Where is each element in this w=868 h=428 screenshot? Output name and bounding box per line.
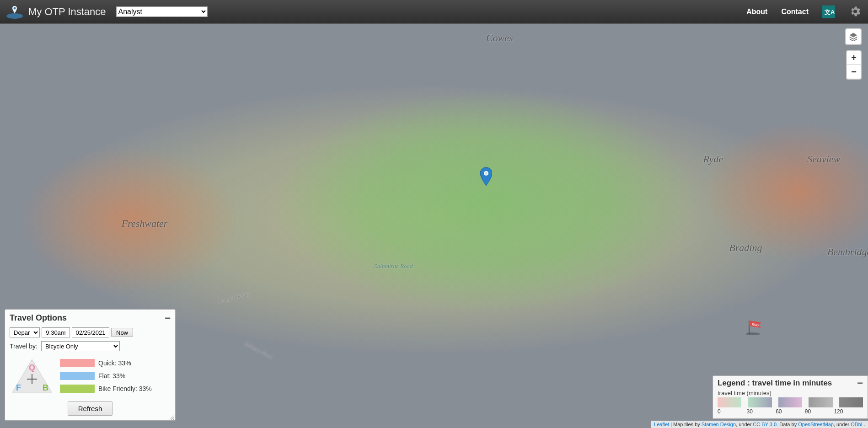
bike-triangle-widget[interactable]: Q F B (10, 357, 54, 395)
map[interactable]: Cowes Ryde Seaview Freshwater Brading Be… (0, 24, 868, 428)
legend-title: Legend : travel time in minutes (718, 379, 832, 388)
origin-marker[interactable] (480, 167, 492, 186)
brand: My OTP Instance (5, 4, 116, 20)
language-icon[interactable]: 文A (822, 5, 835, 18)
place-bembridge: Bembridge (827, 246, 868, 258)
svg-point-8 (746, 332, 760, 335)
end-flag-icon: END (746, 319, 765, 335)
panel-resize-handle[interactable] (169, 414, 174, 419)
legend-minimize-button[interactable]: − (857, 381, 863, 385)
now-button[interactable]: Now (111, 328, 133, 337)
bar-flat-label: Flat: 33% (98, 372, 125, 380)
legend-subtitle: travel time (minutes) (718, 390, 863, 396)
osm-link[interactable]: OpenStreetMap (798, 422, 834, 427)
otp-logo-icon (5, 4, 24, 20)
layers-button[interactable] (845, 28, 862, 45)
svg-line-14 (173, 419, 174, 420)
bar-bf-label: Bike Friendly: 33% (98, 385, 152, 392)
place-ryde: Ryde (703, 153, 723, 165)
bike-bars: Quick: 33% Flat: 33% Bike Friendly: 33% (60, 359, 171, 393)
swatch-flat (60, 372, 95, 380)
app-title: My OTP Instance (28, 6, 106, 18)
nav-contact[interactable]: Contact (781, 8, 809, 16)
nav-about[interactable]: About (746, 8, 767, 16)
place-brading: Brading (729, 242, 762, 254)
swatch-quick (60, 359, 95, 367)
travel-by-label: Travel by: (10, 342, 38, 350)
map-attribution: Leaflet | Map tiles by Stamen Design, un… (651, 421, 868, 428)
legend-panel: Legend : travel time in minutes − travel… (713, 375, 868, 419)
triangle-b: B (43, 383, 48, 393)
leaflet-link[interactable]: Leaflet (654, 422, 669, 427)
refresh-button[interactable]: Refresh (68, 401, 113, 416)
svg-point-5 (485, 172, 488, 175)
cc-link[interactable]: CC BY 3.0 (753, 422, 777, 427)
triangle-f: F (16, 383, 21, 393)
svg-text:文A: 文A (824, 9, 835, 16)
odbl-link[interactable]: ODbL (851, 422, 864, 427)
date-input[interactable] (72, 327, 109, 337)
swatch-bike-friendly (60, 385, 95, 393)
place-cowes: Cowes (486, 32, 513, 44)
header-bar: My OTP Instance Analyst About Contact 文A (0, 0, 868, 24)
legend-ticks: 0 30 60 90 120 (718, 408, 863, 415)
triangle-q: Q (29, 363, 35, 373)
depart-arrive-select[interactable]: Depart (10, 327, 40, 337)
panel-minimize-button[interactable]: − (165, 316, 171, 321)
road-calbourne: Calbourne Road (373, 262, 413, 270)
time-input[interactable] (42, 327, 70, 337)
zoom-control: + − (846, 50, 862, 80)
gear-icon[interactable] (849, 5, 863, 19)
legend-scale (718, 397, 863, 407)
place-freshwater: Freshwater (122, 218, 168, 230)
svg-point-1 (14, 7, 16, 9)
svg-point-0 (6, 13, 23, 19)
mode-select[interactable]: Analyst (116, 6, 208, 17)
triangle-cursor-icon[interactable] (27, 374, 37, 384)
panel-title: Travel Options (10, 313, 67, 323)
stamen-link[interactable]: Stamen Design (702, 422, 736, 427)
header-right: About Contact 文A (746, 5, 863, 19)
bar-quick-label: Quick: 33% (98, 359, 131, 367)
zoom-in-button[interactable]: + (847, 51, 861, 65)
travel-options-panel: Travel Options − Depart Now Travel by: B… (5, 309, 176, 421)
zoom-out-button[interactable]: − (847, 65, 861, 79)
travel-mode-select[interactable]: Bicycle Only (41, 341, 120, 351)
place-seaview: Seaview (807, 153, 840, 165)
